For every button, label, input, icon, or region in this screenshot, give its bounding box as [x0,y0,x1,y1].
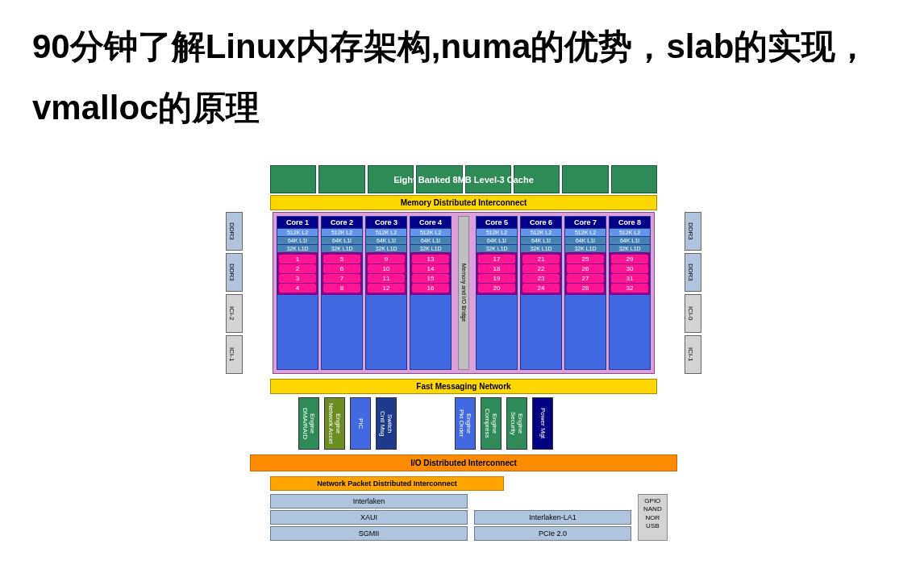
thread: 5 [323,255,360,264]
l1i-cache: 64K L1I [565,236,606,244]
thread: 11 [368,274,405,283]
cpu-core: Core 2512K L264K L1I32K L1D5678 [321,216,363,370]
ici-block: ICI-1 [226,335,243,374]
l2-cache: 512K L2 [477,228,517,236]
cpu-core: Core 7512K L264K L1I32K L1D25262728 [564,216,606,370]
core-header: Core 3 [366,217,406,228]
l1d-cache: 32K L1D [477,244,517,252]
threads: 21222324 [521,252,561,295]
l3-cache-row: Eight Banked 8MB Level-3 Cache [226,165,701,193]
core-header: Core 6 [521,217,561,228]
cpu-core: Core 1512K L264K L1I32K L1D1234 [277,216,318,370]
interface-xaui: XAUI [270,510,468,525]
l2-cache: 512K L2 [322,228,362,236]
gpio-block: GPIO NAND NOR USB [638,494,668,541]
cpu-core: Core 6512K L264K L1I32K L1D21222324 [520,216,562,370]
memory-interconnect: Memory Distributed Interconnect [270,195,657,210]
engine-block: Power Mgt [532,397,553,450]
thread: 4 [279,284,316,293]
thread: 31 [611,274,648,283]
thread: 18 [478,264,515,273]
gpio-line: NAND [643,505,662,513]
cores-main: Core 1512K L264K L1I32K L1D1234Core 2512… [273,212,655,374]
l2-cache: 512K L2 [366,228,406,236]
bottom-interfaces: Interlaken XAUI SGMII Interlaken-LA1 PCI… [270,494,701,541]
thread: 25 [567,255,604,264]
cpu-core: Core 5512K L264K L1I32K L1D17181920 [476,216,518,370]
l1i-cache: 64K L1I [277,236,318,244]
l1i-cache: 64K L1I [610,236,650,244]
thread: 13 [412,255,449,264]
core-header: Core 8 [610,217,650,228]
ici-block: ICI-2 [226,294,243,333]
thread: 30 [611,264,648,273]
l1i-cache: 64K L1I [477,236,517,244]
l1d-cache: 32K L1D [521,244,561,252]
engine-block: DMA/RAID Engine [298,397,319,450]
thread: 10 [368,264,405,273]
l1d-cache: 32K L1D [366,244,406,252]
thread: 29 [611,255,648,264]
l2-cache: 512K L2 [610,228,650,236]
l2-cache: 512K L2 [277,228,318,236]
l2-cache: 512K L2 [410,228,451,236]
core-header: Core 2 [322,217,362,228]
threads: 5678 [322,252,362,295]
ddr3-block: DDR3 [685,253,701,292]
gpio-line: USB [643,522,662,530]
threads: 1234 [277,252,318,295]
fast-messaging-network: Fast Messaging Network [270,379,657,394]
l1i-cache: 64K L1I [366,236,406,244]
core-header: Core 7 [565,217,606,228]
engine-block: PIC [350,397,371,450]
thread: 14 [412,264,449,273]
thread: 9 [368,255,405,264]
thread: 7 [323,274,360,283]
network-packet-interconnect: Network Packet Distributed Interconnect [270,476,504,491]
io-distributed-interconnect: I/O Distributed Interconnect [250,455,677,471]
thread: 28 [567,284,604,293]
thread: 3 [279,274,316,283]
ici-block: ICI-1 [685,335,701,374]
l1i-cache: 64K L1I [410,236,451,244]
core-header: Core 1 [277,217,318,228]
engines-row: DMA/RAID EngineNetwork Accel EnginePICCn… [298,397,701,450]
l1i-cache: 64K L1I [521,236,561,244]
threads: 17181920 [477,252,517,295]
core-header: Core 4 [410,217,451,228]
page-title: 90分钟了解Linux内存架构,numa的优势，slab的实现，vmalloc的… [0,0,924,154]
engine-block: Pkt Order Engine [455,397,476,450]
thread: 17 [478,255,515,264]
thread: 15 [412,274,449,283]
engine-block: Network Accel Engine [324,397,345,450]
ddr3-block: DDR3 [226,212,243,251]
cores-area: DDR3 DDR3 ICI-2 ICI-1 Core 1512K L264K L… [226,212,701,374]
l2-cache: 512K L2 [565,228,606,236]
thread: 19 [478,274,515,283]
gpio-line: NOR [643,514,662,522]
l1d-cache: 32K L1D [322,244,362,252]
l1i-cache: 64K L1I [322,236,362,244]
cpu-architecture-diagram: Eight Banked 8MB Level-3 Cache Memory Di… [226,165,701,541]
io-bridge: Memory and I/O Bridge [458,216,469,370]
l1d-cache: 32K L1D [610,244,650,252]
thread: 16 [412,284,449,293]
l2-cache: 512K L2 [521,228,561,236]
threads: 13141516 [410,252,451,295]
threads: 29303132 [610,252,650,295]
interface-sgmii: SGMII [270,526,468,541]
interface-interlaken-la1: Interlaken-LA1 [474,510,631,525]
engine-block: Cntl Msg Switch [376,397,397,450]
thread: 6 [323,264,360,273]
interface-interlaken: Interlaken [270,494,468,509]
right-side-labels: DDR3 DDR3 ICI-0 ICI-1 [685,212,701,374]
thread: 20 [478,284,515,293]
core-header: Core 5 [477,217,517,228]
thread: 22 [522,264,560,273]
l1d-cache: 32K L1D [565,244,606,252]
left-side-labels: DDR3 DDR3 ICI-2 ICI-1 [226,212,243,374]
interface-pcie: PCIe 2.0 [474,526,631,541]
thread: 27 [567,274,604,283]
l3-cache-label: Eight Banked 8MB Level-3 Cache [226,175,701,185]
thread: 23 [522,274,560,283]
